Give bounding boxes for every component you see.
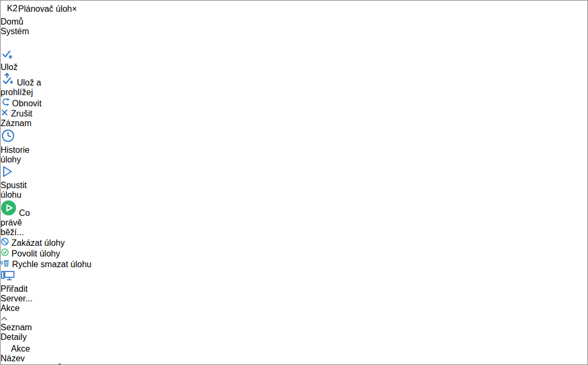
assign-server-button[interactable]: Přiřadit Server... <box>1 269 35 304</box>
enable-tasks-button[interactable]: Povolit úlohy <box>1 248 587 259</box>
app-window: K2 Plánovač úloh × Domů Systém <box>0 0 588 365</box>
quick-delete-task-button[interactable]: Rychle smazat úlohu <box>1 259 587 269</box>
group-label-akce: Akce <box>1 304 587 313</box>
ribbon-group-zaznam: Ulož <box>1 49 587 128</box>
close-icon: × <box>72 4 77 13</box>
title-bar: K2 Plánovač úloh × <box>1 1 587 17</box>
play-circle-green-icon <box>1 208 19 218</box>
external-link-icon <box>1 36 11 46</box>
task-history-button[interactable]: Historie úlohy <box>1 128 32 165</box>
close-button[interactable]: × <box>72 4 77 14</box>
check-circle-icon <box>1 248 9 257</box>
ban-icon <box>1 237 9 246</box>
run-task-label: Spustit úlohu <box>1 181 27 199</box>
left-column: Ulož <box>1 49 587 365</box>
clock-icon <box>1 136 16 145</box>
refresh-icon <box>1 97 10 106</box>
view-sidebar: Seznam Detaily Akce <box>1 323 587 354</box>
quick-delete-icon <box>1 259 10 267</box>
window-controls: × <box>72 4 77 14</box>
save-icon <box>1 53 13 62</box>
k2-logo-icon: K2 <box>7 4 18 14</box>
ribbon-collapse-button[interactable] <box>1 313 587 323</box>
sidebar-item-seznam[interactable]: Seznam <box>1 323 587 332</box>
ribbon-tab-bar: Domů Systém <box>1 17 587 49</box>
save-button-label: Ulož <box>1 63 18 72</box>
task-detail-form: Název Přepočet skladů Spustit na serveru <box>1 354 587 365</box>
akce-small-buttons: Zakázat úlohy Povolit úlohy <box>1 237 587 269</box>
cancel-button-label: Zrušit <box>11 109 32 118</box>
tab-system[interactable]: Systém <box>1 27 587 36</box>
ribbon: Ulož <box>1 49 587 323</box>
quick-delete-task-label: Rychle smazat úlohu <box>12 260 91 269</box>
currently-running-button[interactable]: Co právě běží... <box>1 200 34 237</box>
save-and-view-button[interactable]: Ulož a prohlížej <box>1 72 43 97</box>
sidebar-item-seznam-label: Seznam <box>1 323 32 332</box>
group-label-zaznam: Záznam <box>1 119 587 128</box>
sidebar-item-detaily-label: Detaily <box>1 332 27 341</box>
save-button[interactable]: Ulož <box>1 49 28 72</box>
sidebar-item-akce[interactable]: Akce <box>1 342 587 354</box>
window-title: Plánovač úloh <box>18 4 72 14</box>
play-outline-icon <box>1 342 9 352</box>
sidebar-item-detaily[interactable]: Detaily <box>1 332 587 342</box>
tab-domu[interactable]: Domů <box>1 17 587 27</box>
enable-tasks-label: Povolit úlohy <box>11 249 60 258</box>
nazev-label: Název <box>1 354 587 363</box>
refresh-button-label: Obnovit <box>12 99 41 108</box>
save-and-view-icon <box>1 78 17 87</box>
open-in-window-button[interactable] <box>1 36 587 49</box>
sidebar-item-akce-label: Akce <box>11 344 30 353</box>
zaznam-small-buttons: Obnovit Zrušit <box>1 97 587 119</box>
disable-tasks-button[interactable]: Zakázat úlohy <box>1 237 587 248</box>
main-row: Ulož <box>1 49 587 365</box>
play-outline-icon <box>1 171 13 180</box>
chevron-up-icon <box>1 316 8 321</box>
task-history-label: Historie úlohy <box>1 145 29 164</box>
content-area: Seznam Detaily Akce <box>1 323 587 365</box>
ribbon-group-akce: Historie úlohy Spustit úlohu <box>1 128 587 313</box>
disable-tasks-label: Zakázat úlohy <box>11 238 65 247</box>
assign-server-label: Přiřadit Server... <box>1 284 33 303</box>
cancel-icon <box>1 108 9 117</box>
run-task-button[interactable]: Spustit úlohu <box>1 165 28 200</box>
refresh-button[interactable]: Obnovit <box>1 97 587 108</box>
cancel-button[interactable]: Zrušit <box>1 108 587 119</box>
monitor-icon <box>1 275 16 284</box>
